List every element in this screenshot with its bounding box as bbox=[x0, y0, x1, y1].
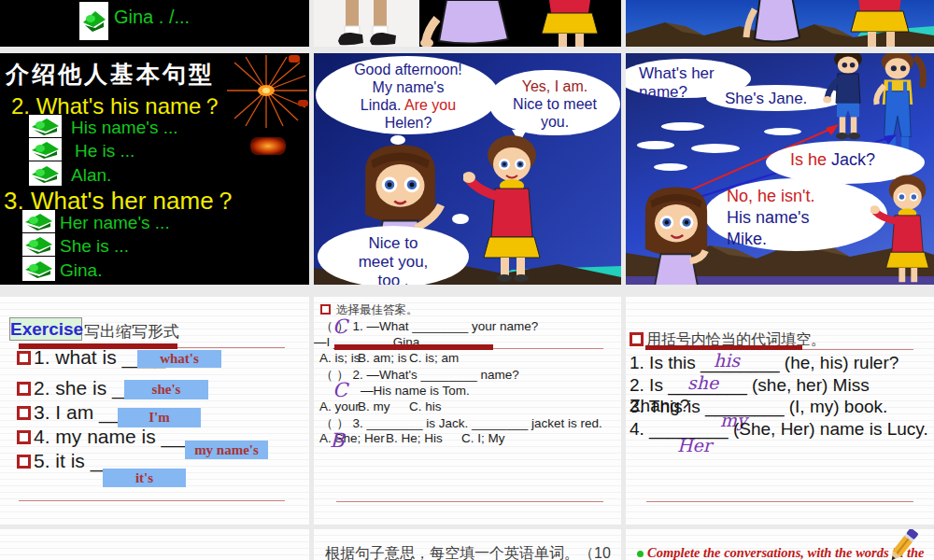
arrow-bullet-icon bbox=[29, 115, 62, 137]
girl-purple-image bbox=[633, 182, 719, 285]
slide-thumb-complete-conv[interactable]: Complete the conversations, with the wor… bbox=[626, 529, 934, 560]
arrow-bullet-icon bbox=[22, 257, 55, 281]
pattern-item: She is ... bbox=[60, 236, 129, 257]
firework-ember-image bbox=[250, 137, 286, 155]
arrow-bullet-icon bbox=[22, 233, 55, 256]
slide-thumb-blank[interactable] bbox=[0, 529, 309, 560]
slide-thumb-choose[interactable]: 选择最佳答案。 （ ） 1. —What ________ your name?… bbox=[314, 297, 621, 525]
q3-answer-mark: B bbox=[330, 429, 344, 452]
speech-bubble-dot bbox=[452, 214, 469, 224]
q1-option: C. is; am bbox=[409, 351, 459, 365]
pattern-item: Her name's ... bbox=[60, 213, 170, 233]
slide-thumb-scene[interactable] bbox=[626, 0, 934, 47]
answer-box: she's bbox=[124, 380, 208, 399]
purple-girl-bottom-image bbox=[418, 0, 527, 47]
q2-option: B. my bbox=[358, 399, 390, 413]
pronoun-item: 4. ________ (She, Her) name is Lucy. bbox=[630, 419, 928, 440]
pattern-item: Gina. bbox=[60, 260, 102, 281]
bubble-nice-text: Nice to meet you, too . bbox=[327, 234, 460, 285]
q2-option: A. your bbox=[319, 399, 360, 413]
slide-thumb-pronouns[interactable]: 用括号内恰当的代词填空。 1. Is this ________ (he, hi… bbox=[626, 297, 934, 525]
pronoun-answer: Her bbox=[677, 435, 712, 455]
slide-grid-page: Gina . /... bbox=[0, 0, 934, 560]
list-bullet bbox=[630, 332, 644, 346]
exercise-header: Exercise bbox=[9, 317, 82, 341]
arrow-bullet-icon bbox=[29, 161, 62, 186]
red-girl-bottom-image bbox=[843, 0, 916, 47]
q1-option: A. is; is bbox=[319, 351, 361, 365]
answer-box: my name's bbox=[185, 441, 268, 459]
red-girl-bottom-image bbox=[536, 0, 603, 47]
pronoun-answer: she bbox=[687, 372, 718, 393]
list-bullet bbox=[17, 430, 31, 444]
q1-stem: （ ） 1. —What ________ your name? bbox=[320, 318, 538, 335]
slide-thumb-photo[interactable] bbox=[314, 0, 621, 47]
legs-photo bbox=[314, 0, 419, 47]
arrow-bullet-icon bbox=[29, 138, 62, 161]
slide-title-cn: 介绍他人基本句型 bbox=[6, 59, 215, 90]
slide-thumb-fill-words[interactable]: 根据句子意思，每空填一个英语单词。（10 bbox=[314, 529, 621, 560]
list-bullet bbox=[17, 351, 31, 365]
pattern-item: Alan. bbox=[71, 165, 111, 186]
arrow-bullet-icon bbox=[79, 2, 108, 40]
slide-thumb-exercise[interactable]: Exercise 写出缩写形式 1. what is ____ 2. she i… bbox=[0, 297, 309, 525]
pronoun-answer: his bbox=[714, 350, 740, 371]
pattern-item: His name's ... bbox=[71, 118, 178, 138]
green-bullet-icon bbox=[637, 551, 644, 557]
arrow-bullet-icon bbox=[22, 210, 55, 232]
q3-stem: （ ） 3. ________ is Jack. ________ jacket… bbox=[320, 415, 602, 432]
q2-line2: —His name is Tom. bbox=[361, 384, 470, 398]
answer-box: it's bbox=[103, 469, 186, 487]
q3-option: C. I; My bbox=[461, 431, 505, 445]
list-bullet bbox=[17, 382, 31, 396]
list-bullet bbox=[17, 455, 31, 469]
bubble-no-he-isnt: No, he isn't. His name's Mike. bbox=[727, 186, 814, 250]
answer-box: I'm bbox=[118, 408, 201, 427]
list-bullet bbox=[320, 304, 331, 315]
q2-stem: （ ） 2. —What's ________ name? bbox=[320, 367, 519, 384]
q3-option: B. He; His bbox=[386, 431, 443, 445]
q1-option: B. am; is bbox=[358, 351, 407, 365]
girl-red-image bbox=[870, 173, 934, 285]
girl-red-image bbox=[463, 130, 557, 285]
exercise-title-cn: 写出缩写形式 bbox=[84, 321, 179, 343]
fill-words-title-cn: 根据句子意思，每空填一个英语单词。（10 bbox=[325, 544, 611, 560]
choose-title-cn: 选择最佳答案。 bbox=[336, 302, 418, 318]
slide-thumb-names[interactable]: What's her name? She's Jane. bbox=[626, 53, 934, 285]
slide-thumb-gina[interactable]: Gina . /... bbox=[0, 0, 309, 47]
pronoun-item: 1. Is this ________ (he, his) ruler? bbox=[630, 353, 899, 373]
bubble-reply-text: Yes, I am. Nice to meet you. bbox=[493, 77, 616, 131]
slide-thumb-greeting[interactable]: Good afternoon! My name's Linda. Are you… bbox=[314, 53, 621, 285]
bubble-greeting-text: Good afternoon! My name's Linda. Are you… bbox=[323, 61, 493, 132]
bubble-is-he-jack: Is he Jack? bbox=[790, 150, 875, 170]
q2-answer-mark: C bbox=[333, 379, 347, 401]
list-bullet bbox=[17, 406, 31, 420]
q2-option: C. his bbox=[409, 399, 442, 413]
pattern-item: He is ... bbox=[75, 141, 134, 161]
slide-thumb-patterns[interactable]: 介绍他人基本句型 2. What's his name？ His name's … bbox=[0, 53, 309, 285]
gina-label: Gina . /... bbox=[114, 7, 190, 28]
pencil-icon bbox=[880, 529, 928, 560]
answer-box: what's bbox=[137, 350, 221, 368]
purple-girl-bottom-image bbox=[742, 0, 811, 47]
pronoun-item: 3. This is ________ (I, my) book. bbox=[630, 397, 887, 417]
